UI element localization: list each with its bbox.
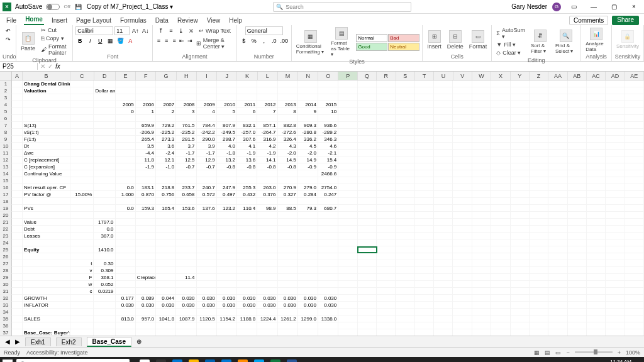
- cell[interactable]: 729.2: [156, 122, 176, 129]
- cell[interactable]: [434, 226, 453, 233]
- cell[interactable]: [197, 329, 217, 336]
- user-name[interactable]: Gary Nesder: [511, 3, 547, 10]
- clear-button[interactable]: ◇Clear ▾: [494, 49, 527, 57]
- cell[interactable]: [377, 108, 396, 115]
- cell[interactable]: [278, 198, 298, 205]
- cell[interactable]: [70, 108, 94, 115]
- cell[interactable]: [237, 233, 257, 239]
- cell[interactable]: [377, 288, 396, 295]
- cell[interactable]: [587, 329, 606, 336]
- cell[interactable]: Leases: [23, 233, 70, 239]
- cell[interactable]: [491, 315, 510, 322]
- cell[interactable]: [568, 177, 587, 184]
- cell[interactable]: [197, 309, 217, 315]
- cell[interactable]: [606, 226, 625, 233]
- cell[interactable]: [197, 281, 217, 288]
- cell[interactable]: [197, 239, 217, 246]
- cell[interactable]: [548, 267, 567, 274]
- cell[interactable]: [415, 108, 434, 115]
- cell[interactable]: [338, 122, 357, 129]
- cell[interactable]: [625, 156, 644, 163]
- cell[interactable]: 0.376: [257, 191, 277, 198]
- cell[interactable]: 4.3: [278, 143, 298, 150]
- cell[interactable]: [587, 281, 606, 288]
- cell[interactable]: [298, 322, 318, 329]
- cell[interactable]: [377, 260, 396, 267]
- cell[interactable]: [12, 163, 23, 170]
- cell[interactable]: [606, 191, 625, 198]
- search-input[interactable]: 🔍 Search: [273, 2, 411, 12]
- cell[interactable]: [358, 302, 377, 309]
- cell[interactable]: [358, 170, 377, 177]
- cell[interactable]: [415, 288, 434, 295]
- zoom-level[interactable]: 100%: [626, 349, 640, 356]
- cell[interactable]: [136, 212, 156, 219]
- cell[interactable]: [197, 288, 217, 295]
- cell[interactable]: [396, 246, 414, 253]
- cell[interactable]: [396, 226, 414, 233]
- cell[interactable]: -1.0: [156, 163, 176, 170]
- row-header-15[interactable]: 15: [0, 177, 12, 184]
- cell[interactable]: [197, 177, 217, 184]
- cell[interactable]: [23, 212, 70, 219]
- col-header-O[interactable]: O: [318, 72, 338, 80]
- cell[interactable]: [136, 226, 156, 233]
- cell[interactable]: Equity: [23, 246, 70, 253]
- cell[interactable]: 659.9: [136, 122, 156, 129]
- row-header-18[interactable]: 18: [0, 198, 12, 205]
- cell[interactable]: [530, 80, 548, 87]
- cell[interactable]: [237, 267, 257, 274]
- cell[interactable]: 12.1: [156, 156, 176, 163]
- cell[interactable]: -235.2: [176, 129, 196, 136]
- cell[interactable]: [70, 156, 94, 163]
- cell[interactable]: [70, 309, 94, 315]
- cell[interactable]: [237, 288, 257, 295]
- cell[interactable]: [94, 239, 115, 246]
- underline-button[interactable]: U: [96, 36, 104, 45]
- cell[interactable]: [587, 267, 606, 274]
- cell[interactable]: [453, 101, 472, 108]
- cell[interactable]: [511, 108, 530, 115]
- cell[interactable]: [511, 309, 530, 315]
- cell[interactable]: [606, 233, 625, 239]
- cell[interactable]: [568, 288, 587, 295]
- cell[interactable]: [511, 143, 530, 150]
- cell[interactable]: 882.8: [278, 122, 298, 129]
- cell[interactable]: [217, 170, 237, 177]
- cell[interactable]: [606, 239, 625, 246]
- cell[interactable]: [434, 101, 453, 108]
- cell[interactable]: [453, 156, 472, 163]
- cell[interactable]: [606, 315, 625, 322]
- cell[interactable]: [568, 315, 587, 322]
- cell[interactable]: [434, 143, 453, 150]
- cell[interactable]: [116, 198, 136, 205]
- decrease-font-icon[interactable]: A↓: [141, 26, 150, 35]
- cell[interactable]: [415, 115, 434, 122]
- cell[interactable]: [217, 94, 237, 101]
- cell[interactable]: [472, 108, 491, 115]
- percent-icon[interactable]: %: [250, 36, 258, 45]
- bold-button[interactable]: B: [75, 36, 84, 45]
- cell[interactable]: [156, 322, 176, 329]
- cell[interactable]: [548, 315, 567, 322]
- cancel-formula-icon[interactable]: ✕: [40, 63, 45, 70]
- cell[interactable]: 88.5: [278, 205, 298, 212]
- cell[interactable]: [318, 260, 338, 267]
- cell[interactable]: 0.030: [116, 302, 136, 309]
- cell[interactable]: [491, 260, 510, 267]
- cell[interactable]: [257, 80, 277, 87]
- cell[interactable]: [415, 295, 434, 302]
- cell[interactable]: 79.3: [298, 205, 318, 212]
- tab-view[interactable]: View: [206, 16, 222, 25]
- wrap-text-button[interactable]: ↩Wrap Text: [197, 26, 233, 35]
- cell[interactable]: 2012: [257, 101, 277, 108]
- cell[interactable]: [70, 177, 94, 184]
- cell[interactable]: [415, 87, 434, 94]
- cell[interactable]: [453, 150, 472, 156]
- cell[interactable]: [511, 239, 530, 246]
- cell[interactable]: 14.5: [278, 156, 298, 163]
- cell[interactable]: [625, 101, 644, 108]
- cell[interactable]: 5: [217, 108, 237, 115]
- cell[interactable]: [606, 163, 625, 170]
- cell[interactable]: 273.3: [156, 136, 176, 143]
